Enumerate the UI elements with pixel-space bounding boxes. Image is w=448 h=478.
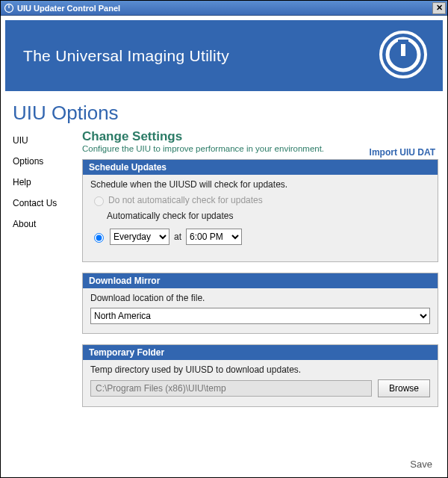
mirror-desc: Download location of the file. [90, 293, 430, 303]
close-button[interactable]: ✕ [432, 2, 446, 14]
at-label: at [174, 232, 181, 242]
app-icon [4, 3, 14, 13]
temp-panel: Temporary Folder Temp directory used by … [82, 344, 438, 407]
sidebar-item-about[interactable]: About [13, 217, 72, 231]
radio-auto-label: Automatically check for updates [107, 211, 233, 221]
sidebar-item-uiu[interactable]: UIU [13, 134, 72, 147]
temp-header: Temporary Folder [83, 345, 438, 360]
mirror-panel: Download Mirror Download location of the… [82, 273, 438, 334]
radio-auto[interactable] [94, 233, 104, 243]
temp-path-input [90, 380, 372, 397]
radio-no-auto-label: Do not automatically check for updates [108, 195, 263, 205]
titlebar: UIU Updater Control Panel ✕ [1, 1, 447, 16]
main-panel: Change Settings Configure the UIU to imp… [75, 129, 441, 418]
mirror-header: Download Mirror [83, 273, 438, 288]
import-dat-link[interactable]: Import UIU DAT [370, 147, 435, 158]
time-select[interactable]: 6:00 PM [186, 229, 242, 245]
sidebar-item-options[interactable]: Options [13, 155, 72, 168]
mirror-select[interactable]: North America [90, 308, 430, 324]
header-banner: The Universal Imaging Utility [5, 20, 443, 91]
browse-button[interactable]: Browse [378, 379, 430, 397]
power-logo-icon [379, 30, 428, 81]
sidebar: UIU Options Help Contact Us About [4, 129, 75, 418]
svg-rect-5 [398, 40, 408, 44]
sidebar-item-contact[interactable]: Contact Us [13, 196, 72, 210]
banner-title: The Universal Imaging Utility [23, 47, 229, 65]
save-link[interactable]: Save [410, 459, 432, 470]
sidebar-item-help[interactable]: Help [13, 176, 72, 189]
settings-heading: Change Settings [82, 129, 438, 144]
window-title: UIU Updater Control Panel [17, 4, 120, 13]
schedule-panel: Schedule Updates Schedule when the UIUSD… [82, 159, 438, 262]
temp-desc: Temp directory used by UIUSD to download… [90, 364, 430, 375]
schedule-desc: Schedule when the UIUSD will check for u… [90, 179, 430, 190]
radio-no-auto[interactable] [94, 196, 104, 206]
schedule-header: Schedule Updates [83, 160, 438, 175]
frequency-select[interactable]: Everyday [110, 229, 169, 245]
page-title: UIU Options [1, 96, 447, 129]
